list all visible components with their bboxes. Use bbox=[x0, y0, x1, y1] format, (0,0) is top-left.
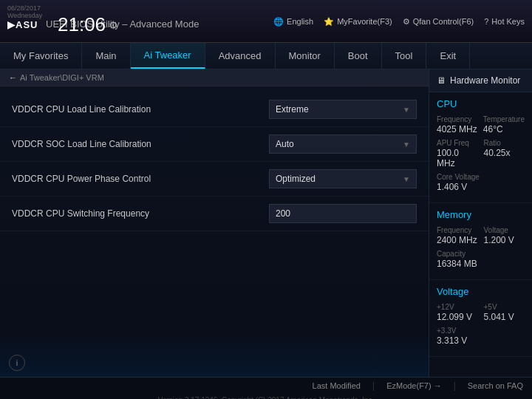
cpu-freq-label: Frequency bbox=[437, 115, 477, 123]
nav-main[interactable]: Main bbox=[82, 43, 130, 69]
mem-voltage-label: Voltage bbox=[484, 226, 525, 234]
vddcr-cpu-load-select[interactable]: Extreme ▼ bbox=[269, 100, 417, 119]
nav-label: Ai Tweaker bbox=[144, 50, 191, 61]
fan-icon: ⚙ bbox=[403, 16, 410, 26]
last-modified-label: Last Modified bbox=[313, 381, 361, 390]
chevron-down-icon: ▼ bbox=[403, 140, 410, 149]
mem-freq-label: Frequency bbox=[437, 226, 478, 234]
cpu-temp-value: 46°C bbox=[483, 124, 525, 134]
date-area: 06/28/2017 Wednesday bbox=[7, 4, 42, 19]
ez-mode-button[interactable]: EzMode(F7) → bbox=[386, 381, 442, 390]
cpu-apu-col: APU Freq 100.0 MHz bbox=[437, 139, 478, 168]
qfan-label: Qfan Control(F6) bbox=[413, 17, 474, 26]
copyright-text: Version 2.17.1246. Copyright (C) 2017 Am… bbox=[158, 396, 374, 400]
cpu-section: CPU Frequency 4025 MHz Temperature 46°C … bbox=[429, 92, 532, 203]
header: 06/28/2017 Wednesday ▶ASUS UEFI BIOS Uti… bbox=[0, 0, 532, 43]
cpu-freq-value: 4025 MHz bbox=[437, 124, 477, 134]
favorites-label: MyFavorite(F3) bbox=[337, 17, 392, 26]
hardware-monitor-panel: 🖥 Hardware Monitor CPU Frequency 4025 MH… bbox=[429, 69, 532, 377]
search-faq-label: Search on FAQ bbox=[468, 381, 523, 390]
mem-freq-value: 2400 MHz bbox=[437, 235, 478, 245]
volt-33v-label: +3.3V bbox=[437, 327, 525, 335]
clock-settings-icon[interactable]: ⚙ bbox=[109, 19, 118, 31]
mem-voltage-col: Voltage 1.200 V bbox=[484, 226, 525, 245]
setting-row-1: VDDCR CPU Load Line Calibration Extreme … bbox=[0, 92, 429, 127]
nav-boot[interactable]: Boot bbox=[335, 43, 382, 69]
cpu-temp-label: Temperature bbox=[483, 115, 525, 123]
time-area: 21:06 ⚙ bbox=[58, 13, 118, 36]
cpu-core-voltage-group: Core Voltage 1.406 V bbox=[437, 173, 525, 192]
cpu-apu-ratio-row: APU Freq 100.0 MHz Ratio 40.25x bbox=[437, 139, 525, 168]
setting-row-3: VDDCR CPU Power Phase Control Optimized … bbox=[0, 162, 429, 197]
divider-1: | bbox=[372, 381, 375, 391]
search-faq-button[interactable]: Search on FAQ bbox=[468, 381, 523, 390]
monitor-icon: 🖥 bbox=[437, 75, 446, 86]
nav-label: My Favorites bbox=[13, 50, 68, 61]
nav-label: Monitor bbox=[289, 50, 321, 61]
mem-capacity-group: Capacity 16384 MB bbox=[437, 250, 525, 269]
volt-5v-label: +5V bbox=[484, 303, 525, 311]
vddcr-cpu-freq-input[interactable] bbox=[269, 204, 417, 223]
info-symbol: i bbox=[16, 358, 18, 367]
cpu-core-voltage-label: Core Voltage bbox=[437, 173, 525, 181]
setting-label-1: VDDCR CPU Load Line Calibration bbox=[12, 104, 269, 115]
cpu-apu-label: APU Freq bbox=[437, 139, 478, 147]
cpu-core-voltage-value: 1.406 V bbox=[437, 182, 525, 192]
info-icon[interactable]: i bbox=[9, 355, 25, 371]
main-content: ← Ai Tweaker\DIGI+ VRM VDDCR CPU Load Li… bbox=[0, 69, 532, 377]
cpu-section-title: CPU bbox=[437, 98, 525, 109]
nav-bar: My Favorites Main Ai Tweaker Advanced Mo… bbox=[0, 43, 532, 69]
nav-ai-tweaker[interactable]: Ai Tweaker bbox=[131, 43, 205, 69]
select-value: Extreme bbox=[276, 104, 309, 115]
nav-my-favorites[interactable]: My Favorites bbox=[0, 43, 82, 69]
mem-voltage-value: 1.200 V bbox=[484, 235, 525, 245]
nav-exit[interactable]: Exit bbox=[426, 43, 470, 69]
setting-control-4 bbox=[269, 204, 417, 223]
myfavorites-button[interactable]: ⭐ MyFavorite(F3) bbox=[324, 16, 392, 26]
cpu-ratio-value: 40.25x bbox=[484, 148, 525, 158]
chevron-down-icon: ▼ bbox=[403, 106, 410, 114]
volt-12v-value: 12.099 V bbox=[437, 312, 478, 322]
breadcrumb-back-arrow[interactable]: ← bbox=[9, 73, 17, 82]
ez-mode-arrow-icon: → bbox=[434, 381, 442, 390]
breadcrumb: ← Ai Tweaker\DIGI+ VRM bbox=[0, 69, 429, 86]
language-selector[interactable]: 🌐 English bbox=[273, 16, 313, 26]
nav-label: Tool bbox=[395, 50, 413, 61]
ez-mode-label: EzMode(F7) bbox=[386, 381, 432, 390]
day-text: Wednesday bbox=[7, 12, 42, 19]
divider-2: | bbox=[454, 381, 456, 391]
mem-capacity-label: Capacity bbox=[437, 250, 525, 258]
hotkeys-button[interactable]: ? Hot Keys bbox=[484, 17, 525, 26]
breadcrumb-path: Ai Tweaker\DIGI+ VRM bbox=[20, 73, 104, 82]
cpu-apu-value: 100.0 MHz bbox=[437, 148, 478, 168]
vddcr-soc-load-select[interactable]: Auto ▼ bbox=[269, 134, 417, 154]
cpu-freq-col: Frequency 4025 MHz bbox=[437, 115, 477, 134]
footer-actions-row: Last Modified | EzMode(F7) → | Search on… bbox=[0, 377, 532, 393]
cpu-freq-temp-row: Frequency 4025 MHz Temperature 46°C bbox=[437, 115, 525, 134]
copyright-row: Version 2.17.1246. Copyright (C) 2017 Am… bbox=[0, 393, 532, 399]
hotkeys-icon: ? bbox=[484, 17, 488, 26]
vddcr-cpu-phase-select[interactable]: Optimized ▼ bbox=[269, 169, 417, 188]
nav-tool[interactable]: Tool bbox=[382, 43, 427, 69]
settings-list: VDDCR CPU Load Line Calibration Extreme … bbox=[0, 86, 429, 237]
volt-12v-col: +12V 12.099 V bbox=[437, 303, 478, 322]
chevron-down-icon: ▼ bbox=[403, 175, 410, 183]
voltage-section: Voltage +12V 12.099 V +5V 5.041 V +3.3V … bbox=[429, 280, 532, 357]
svg-text:▶ASUS: ▶ASUS bbox=[7, 19, 37, 30]
memory-section-title: Memory bbox=[437, 209, 525, 220]
nav-advanced[interactable]: Advanced bbox=[205, 43, 276, 69]
mem-capacity-value: 16384 MB bbox=[437, 259, 525, 269]
cpu-ratio-label: Ratio bbox=[484, 139, 525, 147]
date-text: 06/28/2017 bbox=[7, 4, 41, 12]
select-value: Optimized bbox=[276, 174, 316, 184]
clock-display: 21:06 bbox=[58, 13, 106, 36]
qfan-button[interactable]: ⚙ Qfan Control(F6) bbox=[403, 16, 474, 26]
nav-monitor[interactable]: Monitor bbox=[276, 43, 335, 69]
language-label: English bbox=[287, 17, 313, 26]
asus-logo: ▶ASUS bbox=[7, 18, 37, 30]
left-panel: ← Ai Tweaker\DIGI+ VRM VDDCR CPU Load Li… bbox=[0, 69, 429, 377]
nav-label: Main bbox=[95, 50, 116, 61]
volt-5v-col: +5V 5.041 V bbox=[484, 303, 525, 322]
setting-label-2: VDDCR SOC Load Line Calibration bbox=[12, 139, 269, 149]
setting-label-4: VDDCR CPU Switching Frequency bbox=[12, 208, 269, 219]
